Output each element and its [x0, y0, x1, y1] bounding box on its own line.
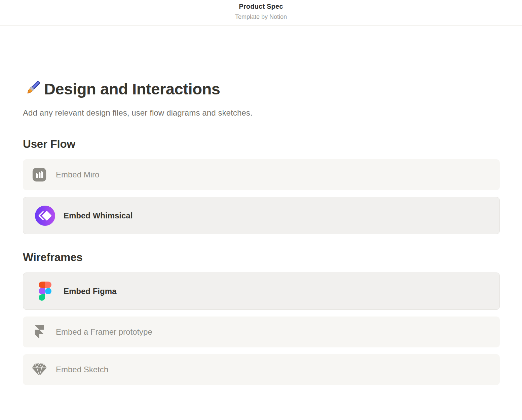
page-header-title: Product Spec: [0, 3, 522, 10]
embed-figma-label: Embed Figma: [64, 287, 116, 296]
section-heading-user-flow: User Flow: [23, 138, 499, 151]
whimsical-icon: [35, 206, 55, 226]
figma-icon: [35, 282, 55, 301]
embed-miro-row[interactable]: Embed Miro: [23, 159, 500, 190]
page-title-row: Design and Interactions: [23, 79, 499, 99]
embed-whimsical-row[interactable]: Embed Whimsical: [23, 197, 500, 234]
framer-icon: [32, 325, 47, 339]
page-title: Design and Interactions: [44, 80, 220, 98]
embed-sketch-label: Embed Sketch: [56, 365, 108, 374]
page-header: Product Spec Template by Notion: [0, 0, 522, 26]
paintbrush-emoji-icon: [23, 78, 42, 98]
section-heading-wireframes: Wireframes: [23, 251, 499, 264]
embed-figma-row[interactable]: Embed Figma: [23, 272, 500, 310]
embed-sketch-row[interactable]: Embed Sketch: [23, 354, 500, 385]
page-header-byline: Template by Notion: [0, 13, 522, 20]
embed-framer-label: Embed a Framer prototype: [56, 327, 152, 337]
wireframes-rows: Embed Figma Embed a Framer prototype: [23, 272, 499, 385]
page-content: Design and Interactions Add any relevant…: [0, 26, 522, 385]
user-flow-rows: Embed Miro: [23, 159, 499, 234]
byline-prefix: Template by: [235, 13, 269, 20]
notion-link[interactable]: Notion: [269, 13, 287, 20]
sketch-icon: [32, 363, 47, 377]
embed-miro-label: Embed Miro: [56, 170, 99, 179]
section-user-flow: User Flow Embed Miro: [23, 138, 499, 234]
embed-whimsical-label: Embed Whimsical: [64, 211, 133, 220]
section-wireframes: Wireframes Embed Figma: [23, 251, 499, 385]
page-subtitle: Add any relevant design files, user flow…: [23, 108, 499, 118]
miro-icon: [32, 167, 47, 182]
embed-framer-row[interactable]: Embed a Framer prototype: [23, 317, 500, 347]
